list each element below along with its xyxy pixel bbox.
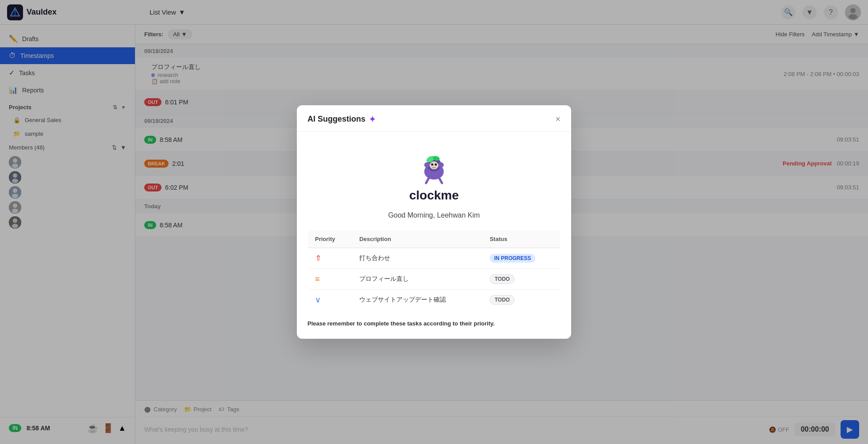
modal-body: clockme Good Morning, Leehwan Kim Priori…	[297, 132, 571, 339]
task-status-3: TODO	[483, 290, 561, 310]
modal-overlay: AI Suggestions ✦ ×	[0, 0, 868, 444]
task-desc-1: 打ち合わせ	[352, 248, 483, 269]
col-status: Status	[483, 230, 561, 248]
task-priority-2: ≡	[308, 269, 353, 290]
svg-point-23	[430, 161, 438, 169]
svg-line-31	[439, 178, 442, 183]
clockme-text-light: clock	[409, 188, 441, 202]
clockme-greeting: Good Morning, Leehwan Kim	[307, 211, 561, 219]
task-priority-1: ⇑	[308, 248, 353, 269]
task-priority-3: ∨	[308, 290, 353, 310]
tasks-table-header-row: Priority Description Status	[308, 230, 561, 248]
modal-header: AI Suggestions ✦ ×	[297, 105, 571, 132]
svg-line-30	[426, 178, 429, 183]
task-row-3: ∨ ウェブサイトアップデート確認 TODO	[308, 290, 561, 310]
modal-title-text: AI Suggestions	[307, 115, 365, 124]
clockme-logo-image	[416, 149, 452, 185]
task-row-1: ⇑ 打ち合わせ IN PROGRESS	[308, 248, 561, 269]
svg-point-24	[431, 164, 434, 166]
modal-footer-note: Please remember to complete these tasks …	[307, 319, 561, 328]
status-todo-badge-1: TODO	[490, 274, 515, 284]
task-desc-2: プロフィール直し	[352, 269, 483, 290]
task-status-1: IN PROGRESS	[483, 248, 561, 269]
svg-point-25	[435, 164, 437, 166]
col-description: Description	[352, 230, 483, 248]
tasks-table: Priority Description Status ⇑ 打ち合わせ IN P…	[307, 230, 561, 310]
task-row-2: ≡ プロフィール直し TODO	[308, 269, 561, 290]
clockme-logo-area: clockme	[307, 142, 561, 211]
svg-point-28	[424, 162, 430, 168]
task-status-2: TODO	[483, 269, 561, 290]
clockme-brand: clockme	[307, 188, 561, 203]
high-priority-icon: ⇑	[315, 254, 322, 263]
status-in-progress-badge: IN PROGRESS	[490, 254, 535, 263]
tasks-table-head: Priority Description Status	[308, 230, 561, 248]
sparkle-icon: ✦	[369, 115, 376, 124]
status-todo-badge-2: TODO	[490, 295, 515, 305]
tasks-table-body: ⇑ 打ち合わせ IN PROGRESS ≡ プロフィール直し TOD	[308, 248, 561, 310]
task-desc-3: ウェブサイトアップデート確認	[352, 290, 483, 310]
ai-suggestions-modal: AI Suggestions ✦ ×	[297, 105, 571, 339]
svg-point-29	[438, 162, 444, 168]
col-priority: Priority	[308, 230, 353, 248]
modal-close-button[interactable]: ×	[555, 114, 561, 124]
clockme-text-bold: me	[441, 188, 459, 202]
low-priority-icon: ∨	[315, 295, 321, 304]
modal-title: AI Suggestions ✦	[307, 115, 376, 124]
medium-priority-icon: ≡	[315, 275, 320, 283]
